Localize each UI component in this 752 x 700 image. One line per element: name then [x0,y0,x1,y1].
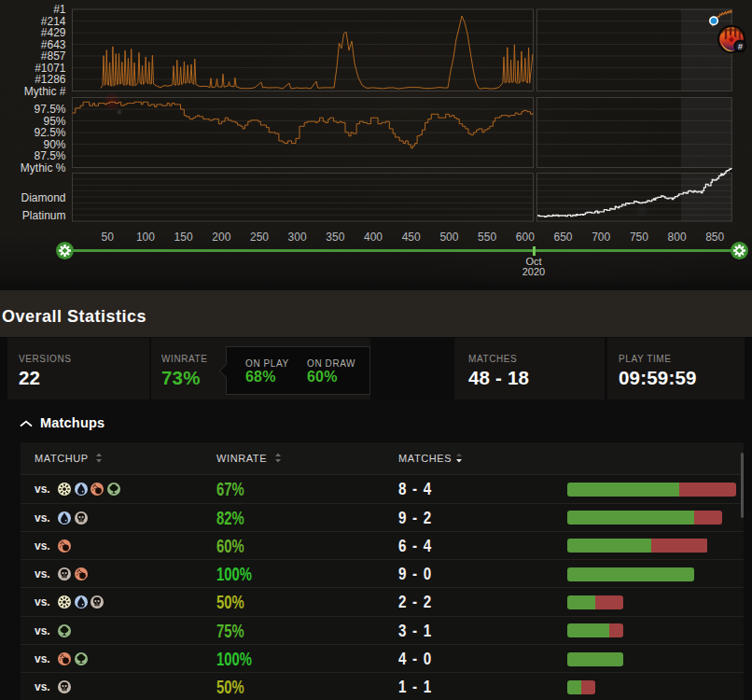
svg-text:#: # [738,41,744,51]
